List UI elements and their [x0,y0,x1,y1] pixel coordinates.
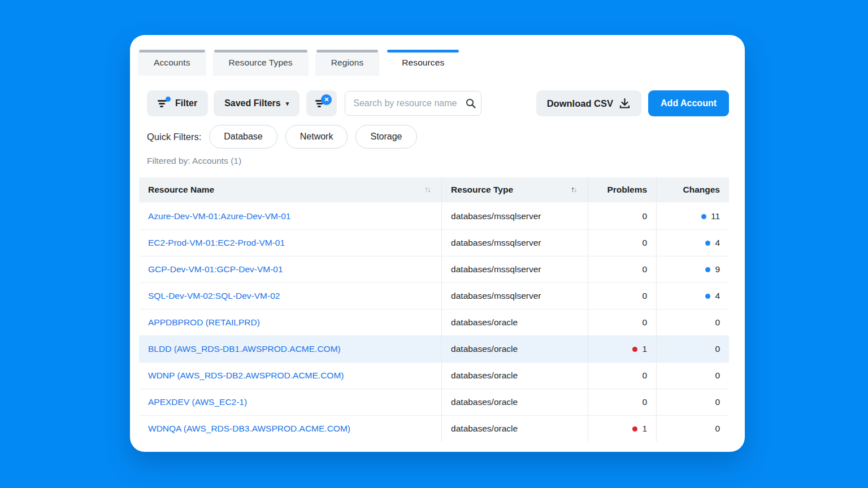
resource-name-link[interactable]: GCP-Dev-VM-01:GCP-Dev-VM-01 [148,264,283,274]
problems-cell: 1 [588,416,656,442]
resource-name-link[interactable]: WDNP (AWS_RDS-DB2.AWSPROD.ACME.COM) [148,371,344,380]
resources-table: Resource Name ↑↓ Resource Type ↑↓ Proble… [139,177,729,442]
resource-type-cell: databases/mssqlserver [442,203,588,230]
quick-filters-label: Quick Filters: [147,132,201,142]
problems-cell: 0 [588,310,656,336]
tab-resource-types[interactable]: Resource Types [213,50,309,76]
resource-name-link[interactable]: BLDD (AWS_RDS-DB1.AWSPROD.ACME.COM) [148,344,341,354]
quick-filter-network[interactable]: Network [285,125,348,149]
problems-cell: 0 [588,256,656,283]
tab-label: Accounts [154,58,190,68]
search-input[interactable] [345,91,481,116]
changes-cell: 11 [657,203,729,230]
filter-button-label: Filter [175,98,197,108]
changes-cell: 4 [657,283,729,310]
search-box [345,91,481,116]
quick-filter-database[interactable]: Database [209,125,277,149]
resource-type-cell: databases/oracle [442,363,588,389]
table-row: WDNQA (AWS_RDS-DB3.AWSPROD.ACME.COM)data… [139,416,729,442]
problems-cell: 1 [588,336,656,363]
add-account-label: Add Account [661,98,717,108]
change-dot-icon [701,214,706,219]
resource-name-link[interactable]: Azure-Dev-VM-01:Azure-Dev-VM-01 [148,211,290,221]
table-row: APPDBPROD (RETAILPRD)databases/oracle00 [139,310,729,336]
clear-filters-button[interactable]: ✕ [306,90,337,116]
change-dot-icon [705,241,710,246]
filter-active-dot [166,97,171,102]
resource-name-link[interactable]: EC2-Prod-VM-01:EC2-Prod-VM-01 [148,238,285,247]
resource-name-link[interactable]: SQL-Dev-VM-02:SQL-Dev-VM-02 [148,291,280,300]
problems-cell: 0 [588,363,656,389]
download-csv-label: Download CSV [547,98,613,109]
problems-cell: 0 [588,230,656,256]
column-header-resource-type[interactable]: Resource Type ↑↓ [442,177,588,203]
table-row: APEXDEV (AWS_EC2-1)databases/oracle00 [139,389,729,416]
download-icon [619,98,631,110]
tab-label: Resource Types [229,58,293,68]
tab-resources[interactable]: Resources [386,50,460,76]
sort-icon[interactable]: ↑↓ [571,185,579,194]
table-row: Azure-Dev-VM-01:Azure-Dev-VM-01databases… [139,203,729,230]
problems-cell: 0 [588,203,656,230]
problem-dot-icon [632,347,637,352]
filter-icon [158,98,170,108]
clear-filter-icon: ✕ [315,98,328,108]
resource-type-cell: databases/mssqlserver [442,283,588,310]
quick-filter-storage[interactable]: Storage [355,125,416,149]
chevron-down-icon: ▾ [286,100,289,107]
changes-cell: 0 [657,336,729,363]
search-icon [465,98,476,109]
resource-type-cell: databases/mssqlserver [442,230,588,256]
changes-cell: 0 [657,310,729,336]
column-header-resource-name[interactable]: Resource Name ↑↓ [139,177,442,203]
column-label: Resource Type [451,185,513,194]
column-label: Problems [607,185,647,194]
problems-cell: 0 [588,283,656,310]
resource-type-cell: databases/oracle [442,389,588,416]
tab-bar: Accounts Resource Types Regions Resource… [138,50,729,76]
changes-cell: 0 [657,389,729,416]
tab-accounts[interactable]: Accounts [138,50,206,76]
resource-type-cell: databases/mssqlserver [442,256,588,283]
table-row: GCP-Dev-VM-01:GCP-Dev-VM-01databases/mss… [139,256,729,283]
download-csv-button[interactable]: Download CSV [536,90,641,116]
changes-cell: 0 [657,363,729,389]
resource-type-cell: databases/oracle [442,416,588,442]
change-dot-icon [705,267,710,272]
tab-label: Resources [402,58,444,68]
saved-filters-label: Saved Filters [224,98,281,108]
table-header-row: Resource Name ↑↓ Resource Type ↑↓ Proble… [139,177,729,203]
changes-cell: 0 [657,416,729,442]
sort-icon[interactable]: ↑↓ [424,185,432,194]
column-header-changes[interactable]: Changes [657,177,729,203]
resource-name-link[interactable]: APPDBPROD (RETAILPRD) [148,317,260,327]
add-account-button[interactable]: Add Account [648,90,729,116]
column-label: Resource Name [148,185,214,194]
table-row: SQL-Dev-VM-02:SQL-Dev-VM-02databases/mss… [139,283,729,310]
clear-x-icon: ✕ [321,94,332,105]
saved-filters-dropdown[interactable]: Saved Filters ▾ [214,90,300,116]
resource-type-cell: databases/oracle [442,310,588,336]
toolbar: Filter Saved Filters ▾ ✕ [147,90,729,116]
column-header-problems[interactable]: Problems [588,177,656,203]
filter-button[interactable]: Filter [147,90,208,116]
table-row: EC2-Prod-VM-01:EC2-Prod-VM-01databases/m… [139,230,729,256]
quick-filters-bar: Quick Filters: Database Network Storage [147,125,729,149]
problem-dot-icon [632,426,637,432]
column-label: Changes [683,185,720,194]
table-row: WDNP (AWS_RDS-DB2.AWSPROD.ACME.COM)datab… [139,363,729,389]
filtered-by-text: Filtered by: Accounts (1) [147,156,729,166]
tab-regions[interactable]: Regions [315,50,380,76]
problems-cell: 0 [588,389,656,416]
changes-cell: 4 [657,230,729,256]
tab-label: Regions [331,58,364,68]
resource-type-cell: databases/oracle [442,336,588,363]
resources-panel: Accounts Resource Types Regions Resource… [130,35,745,452]
table-row: BLDD (AWS_RDS-DB1.AWSPROD.ACME.COM)datab… [139,336,729,363]
resource-name-link[interactable]: APEXDEV (AWS_EC2-1) [148,397,247,407]
resource-name-link[interactable]: WDNQA (AWS_RDS-DB3.AWSPROD.ACME.COM) [148,424,350,433]
change-dot-icon [705,294,710,299]
changes-cell: 9 [657,256,729,283]
